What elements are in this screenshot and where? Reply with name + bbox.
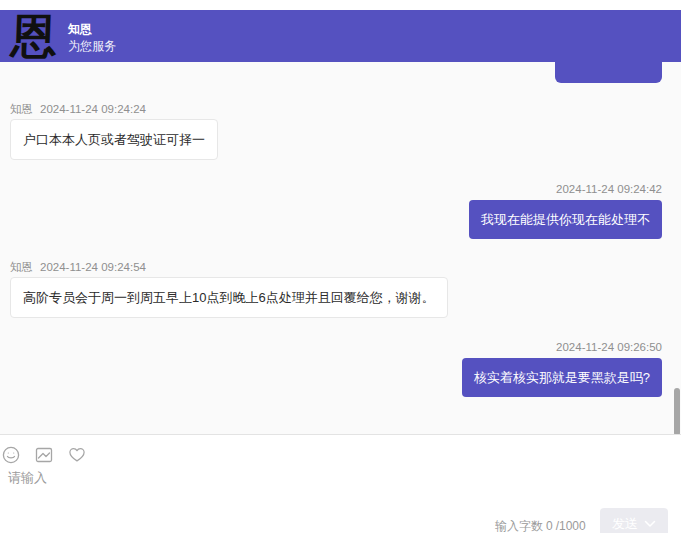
- message-time: 2024-11-24 09:24:54: [40, 261, 146, 273]
- message-meta: 知恩2024-11-24 09:24:54: [10, 261, 146, 274]
- message-meta: 2024-11-24 09:26:50: [556, 341, 662, 354]
- message-time: 2024-11-24 09:24:24: [40, 103, 146, 115]
- chevron-down-icon[interactable]: [644, 520, 656, 528]
- chat-widget-window: 恩 知恩 为您服务 知恩2024-11-24 09:24:24 户口本本人页或者…: [0, 0, 681, 533]
- message-meta: 2024-11-24 09:24:42: [556, 183, 662, 196]
- char-counter-label: 输入字数: [495, 519, 543, 533]
- char-count-limit: /1000: [556, 519, 586, 533]
- image-icon[interactable]: [35, 446, 53, 464]
- user-message-bubble: 我现在能提供你现在能处理不: [469, 200, 662, 239]
- partial-user-bubble: [555, 62, 662, 83]
- user-message-bubble: 核实着核实那就是要黑款是吗?: [462, 358, 662, 397]
- message-time: 2024-11-24 09:26:50: [556, 341, 662, 353]
- top-white-strip: [0, 0, 681, 10]
- char-counter: 输入字数0/1000: [495, 518, 589, 533]
- char-count-value: 0: [546, 519, 553, 533]
- agent-message-bubble: 高阶专员会于周一到周五早上10点到晚上6点处理并且回覆给您，谢谢。: [10, 277, 448, 318]
- agent-name-title: 知恩: [68, 21, 116, 37]
- header-texts: 知恩 为您服务: [68, 21, 116, 55]
- chat-message-area: 知恩2024-11-24 09:24:24 户口本本人页或者驾驶证可择一 202…: [0, 62, 681, 434]
- scrollbar-thumb[interactable]: [674, 388, 680, 436]
- agent-message-bubble: 户口本本人页或者驾驶证可择一: [10, 119, 218, 160]
- brand-logo: 恩: [7, 11, 61, 63]
- emoji-icon[interactable]: [2, 446, 20, 464]
- heart-icon[interactable]: [68, 446, 86, 464]
- composer: 请输入 输入字数0/1000 发送: [0, 434, 681, 533]
- sender-name: 知恩: [10, 103, 33, 115]
- sender-name: 知恩: [10, 261, 33, 273]
- message-time: 2024-11-24 09:24:42: [556, 183, 662, 195]
- send-button[interactable]: 发送: [600, 508, 668, 533]
- composer-toolbar: [2, 446, 86, 464]
- send-button-label: 发送: [612, 515, 638, 533]
- message-input[interactable]: 请输入: [8, 469, 568, 493]
- agent-subtitle: 为您服务: [68, 38, 116, 55]
- message-meta: 知恩2024-11-24 09:24:24: [10, 103, 146, 116]
